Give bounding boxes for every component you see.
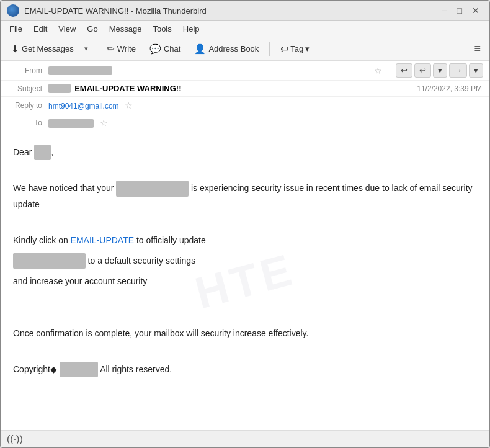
- tag-button[interactable]: 🏷 Tag ▾: [275, 41, 315, 56]
- para1: We have noticed that your is experiencin…: [13, 181, 477, 212]
- replyto-value: hmt9041@gmail.com ☆: [48, 101, 482, 110]
- from-row: From ☆: [1, 62, 390, 79]
- main-window: EMAIL-UPDATE WARNING!! - Mozilla Thunder…: [0, 0, 490, 448]
- greeting-name: [34, 145, 51, 160]
- para2-line2: to a default security settings: [13, 253, 477, 269]
- email-content: Dear , We have noticed that your is expe…: [13, 145, 477, 377]
- menu-bar: File Edit View Go Message Tools Help: [1, 21, 489, 37]
- email-update-link[interactable]: EMAIL-UPDATE: [71, 235, 134, 245]
- nav-more-button[interactable]: ▾: [469, 63, 483, 78]
- from-value: [48, 66, 370, 75]
- maximize-button[interactable]: □: [453, 5, 466, 16]
- para2-line1: Kindly click on EMAIL-UPDATE to official…: [13, 233, 477, 248]
- hamburger-menu-button[interactable]: ≡: [470, 40, 484, 58]
- tag-icon: 🏷: [280, 44, 288, 53]
- tag-label: Tag: [290, 44, 303, 53]
- chat-icon: 💬: [149, 43, 161, 55]
- address-book-button[interactable]: 👤 Address Book: [189, 40, 264, 58]
- to-blurred: [48, 119, 94, 128]
- menu-edit[interactable]: Edit: [29, 22, 52, 35]
- para2-suffix-b: and increase your account security: [13, 276, 147, 286]
- app-logo-icon: [7, 4, 19, 17]
- tag-dropdown-icon: ▾: [305, 44, 310, 53]
- greeting-para: Dear ,: [13, 145, 477, 160]
- para1-blurred: [116, 181, 189, 196]
- greeting-text: Dear: [13, 147, 32, 157]
- to-label: To: [8, 119, 48, 127]
- greeting-comma: ,: [51, 147, 53, 157]
- write-icon: ✏: [107, 43, 115, 55]
- copyright-prefix: Copyright◆: [13, 364, 57, 374]
- reply-all-button[interactable]: ↩: [414, 63, 431, 78]
- email-datetime: 11/2/2022, 3:39 PM: [417, 84, 482, 93]
- toolbar: ⬇ Get Messages ▾ ✏ Write 💬 Chat 👤 Addres…: [1, 37, 489, 61]
- copyright-para: Copyright◆ All rights reserved.: [13, 362, 477, 377]
- replyto-star-icon[interactable]: ☆: [125, 101, 133, 110]
- email-header: From ☆ ↩ ↩ ▾ → ▾ Subject: [1, 61, 489, 132]
- write-label: Write: [117, 44, 136, 53]
- replyto-label: Reply to: [8, 101, 48, 110]
- write-button[interactable]: ✏ Write: [101, 40, 141, 58]
- para2-blurred: [13, 253, 86, 269]
- subject-label: Subject: [8, 84, 48, 93]
- from-blurred: [48, 66, 112, 75]
- menu-file[interactable]: File: [4, 22, 27, 35]
- window-title: EMAIL-UPDATE WARNING!! - Mozilla Thunder…: [24, 6, 207, 16]
- window-controls: − □ ✕: [438, 5, 483, 16]
- menu-go[interactable]: Go: [82, 22, 102, 35]
- address-book-icon: 👤: [194, 43, 206, 55]
- menu-tools[interactable]: Tools: [148, 22, 176, 35]
- get-messages-icon: ⬇: [11, 43, 19, 55]
- connection-status-icon: ((·)): [7, 434, 23, 445]
- to-star-icon[interactable]: ☆: [100, 118, 108, 128]
- from-label: From: [8, 66, 48, 75]
- toolbar-divider-1: [96, 42, 96, 56]
- menu-view[interactable]: View: [53, 22, 81, 35]
- replyto-row: Reply to hmt9041@gmail.com ☆: [1, 97, 489, 114]
- title-bar-left: EMAIL-UPDATE WARNING!! - Mozilla Thunder…: [7, 4, 207, 17]
- para2-prefix: Kindly click on: [13, 235, 68, 245]
- para2-mid: to officially update: [136, 235, 206, 245]
- forward-button[interactable]: →: [449, 63, 467, 78]
- reply-back-button[interactable]: ↩: [396, 63, 412, 78]
- get-messages-label: Get Messages: [22, 44, 74, 53]
- nav-down-button[interactable]: ▾: [433, 63, 447, 78]
- email-body: HTE Dear , We have noticed that your is …: [1, 132, 489, 430]
- chat-label: Chat: [164, 44, 180, 53]
- address-book-label: Address Book: [208, 44, 259, 53]
- subject-left: Subject EMAIL-UPDATE WARNING!!: [8, 84, 181, 93]
- replyto-link[interactable]: hmt9041@gmail.com: [48, 102, 119, 110]
- subject-prefix-blurred: [48, 84, 71, 93]
- toolbar-divider-2: [269, 42, 270, 56]
- get-messages-button[interactable]: ⬇ Get Messages: [6, 40, 79, 58]
- to-value: ☆: [48, 118, 482, 128]
- status-bar: ((·)): [1, 430, 489, 447]
- to-row: To ☆: [1, 114, 489, 132]
- menu-message[interactable]: Message: [104, 22, 147, 35]
- para3: Once confirmation is complete, your mail…: [13, 326, 477, 341]
- copyright-suffix: All rights reserved.: [100, 364, 172, 374]
- para2-suffix-a: to a default security settings: [88, 256, 196, 266]
- title-bar: EMAIL-UPDATE WARNING!! - Mozilla Thunder…: [1, 1, 489, 21]
- menu-help[interactable]: Help: [178, 22, 205, 35]
- get-messages-dropdown[interactable]: ▾: [82, 42, 91, 55]
- minimize-button[interactable]: −: [438, 5, 450, 16]
- para1-prefix: We have noticed that your: [13, 183, 114, 193]
- chat-button[interactable]: 💬 Chat: [144, 40, 186, 58]
- copyright-blurred: [60, 362, 98, 377]
- subject-value: EMAIL-UPDATE WARNING!!: [74, 84, 181, 93]
- from-star-icon[interactable]: ☆: [374, 66, 382, 76]
- subject-row: Subject EMAIL-UPDATE WARNING!! 11/2/2022…: [1, 81, 489, 97]
- close-button[interactable]: ✕: [468, 5, 483, 16]
- para2-line3: and increase your account security: [13, 274, 477, 289]
- nav-buttons: ↩ ↩ ▾ → ▾: [390, 61, 489, 80]
